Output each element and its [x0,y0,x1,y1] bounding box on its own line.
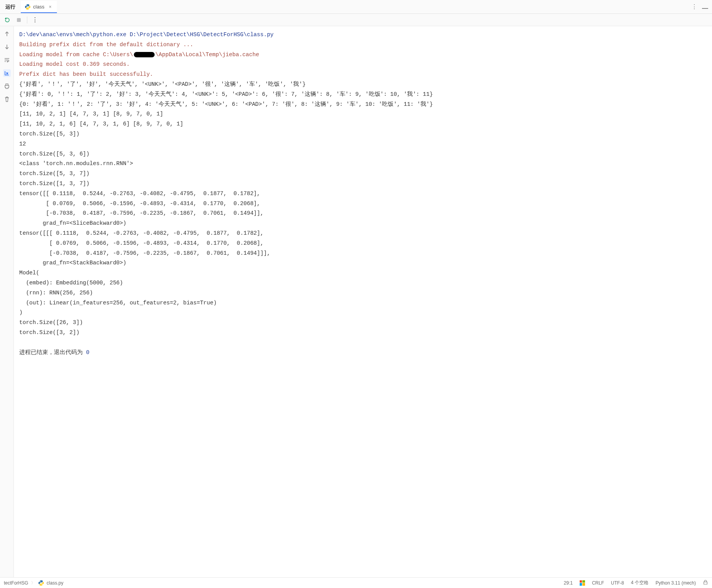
console-stdout-line: grad_fn=<SliceBackward0>) [19,219,707,229]
console-stdout-line: (rnn): RNN(256, 256) [19,288,707,298]
svg-point-3 [40,581,40,581]
console-stdout-line: (out): Linear(in_features=256, out_featu… [19,298,707,308]
console-stdout-line: torch.Size([1, 3, 7]) [19,179,707,189]
console-stdout-line: [ 0.0769, 0.5066, -0.1596, -0.4893, -0.4… [19,239,707,249]
arrow-up-icon[interactable] [3,30,11,38]
tab-title: class [33,4,45,10]
console-stdout-line: torch.Size([5, 3]) [19,129,707,139]
breadcrumb[interactable]: tectForHSG 〉 class.py [4,580,63,586]
console-stdout-line: ) [19,308,707,318]
svg-point-1 [28,8,29,9]
console-stdout-block: {'好看', '！', '了', '好', '今天天气', '<UNK>', '… [19,80,707,338]
svg-rect-2 [17,18,21,22]
indent-settings[interactable]: 4 个空格 [631,580,649,586]
console-stdout-line: [-0.7038, 0.4187, -0.7596, -0.2235, -0.1… [19,209,707,219]
python-interpreter[interactable]: Python 3.11 (mech) [655,580,696,586]
console-stdout-line: torch.Size([3, 2]) [19,328,707,338]
run-tool-window-label[interactable]: 运行 [0,3,21,10]
console-stdout-line: [11, 10, 2, 1] [4, 7, 3, 1] [8, 9, 7, 0,… [19,109,707,119]
more-actions-icon[interactable]: ⋮ [32,17,38,23]
console-stdout-line: torch.Size([5, 3, 7]) [19,169,707,179]
console-stdout-line: (embed): Embedding(5000, 256) [19,278,707,288]
console-stdout-line: [-0.7038, 0.4187, -0.7596, -0.2235, -0.1… [19,249,707,259]
scroll-to-end-icon[interactable] [3,69,11,77]
lock-icon[interactable] [703,580,708,586]
run-gutter [0,26,14,577]
breadcrumb-segment[interactable]: class.py [47,580,63,586]
console-stdout-line: {'好看': 0, '！': 1, '了': 2, '好': 3, '今天天气'… [19,90,707,100]
trash-icon[interactable] [3,95,11,103]
editor-tab-bar: 运行 class × ⋮ [0,0,712,14]
console-stderr-line: Building prefix dict from the default di… [19,40,707,50]
cursor-position[interactable]: 29:1 [564,580,573,586]
console-stdout-line: <class 'torch.nn.modules.rnn.RNN'> [19,159,707,169]
console-stdout-line: tensor([[[ 0.1118, 0.5244, -0.2763, -0.4… [19,229,707,239]
python-file-icon [25,4,31,10]
minimize-icon[interactable] [702,8,708,9]
microsoft-icon[interactable] [580,580,585,586]
console-stdout-line: grad_fn=<StackBackward0>) [19,258,707,268]
chevron-right-icon: 〉 [31,580,35,586]
console-stdout-line: [ 0.0769, 0.5066, -0.1596, -0.4893, -0.4… [19,199,707,209]
redacted-username [134,52,155,57]
console-stderr-line: Loading model from cache C:\Users\\AppDa… [19,50,707,60]
svg-point-0 [27,5,27,5]
console-stdout-line: torch.Size([26, 3]) [19,318,707,328]
console-stderr-line: Prefix dict has been built successfully. [19,70,707,80]
console-stdout-line: tensor([[ 0.1118, 0.5244, -0.2763, -0.40… [19,189,707,199]
process-exit-line: 进程已结束，退出代码为 0 [19,348,707,358]
print-icon[interactable] [3,82,11,90]
console-stdout-line: {0: '好看', 1: '！', 2: '了', 3: '好', 4: '今天… [19,100,707,110]
breadcrumb-segment[interactable]: tectForHSG [4,580,28,586]
svg-point-4 [42,585,42,585]
tab-class[interactable]: class × [21,1,57,13]
soft-wrap-icon[interactable] [3,56,11,64]
arrow-down-icon[interactable] [3,43,11,51]
more-options-icon[interactable]: ⋮ [691,4,697,10]
console-stdout-line: 12 [19,139,707,149]
run-toolbar: ⋮ [0,14,712,26]
close-icon[interactable]: × [48,4,53,10]
console-stderr-line: Loading model cost 0.369 seconds. [19,60,707,70]
console-stdout-line: Model( [19,268,707,278]
stop-icon[interactable] [15,17,22,23]
console-stdout-line: [11, 10, 2, 1, 6] [4, 7, 3, 1, 6] [8, 9,… [19,119,707,129]
console-stdout-line: {'好看', '！', '了', '好', '今天天气', '<UNK>', '… [19,80,707,90]
toolbar-divider [27,17,27,23]
file-encoding[interactable]: UTF-8 [611,580,624,586]
console-output[interactable]: D:\dev\anac\envs\mech\python.exe D:\Proj… [14,26,712,577]
console-command-line: D:\dev\anac\envs\mech\python.exe D:\Proj… [19,30,707,40]
rerun-icon[interactable] [4,17,11,23]
status-bar: tectForHSG 〉 class.py 29:1 CRLF UTF-8 4 … [0,577,712,588]
python-file-icon [38,580,44,586]
line-separator[interactable]: CRLF [592,580,604,586]
console-stdout-line: torch.Size([5, 3, 6]) [19,149,707,159]
